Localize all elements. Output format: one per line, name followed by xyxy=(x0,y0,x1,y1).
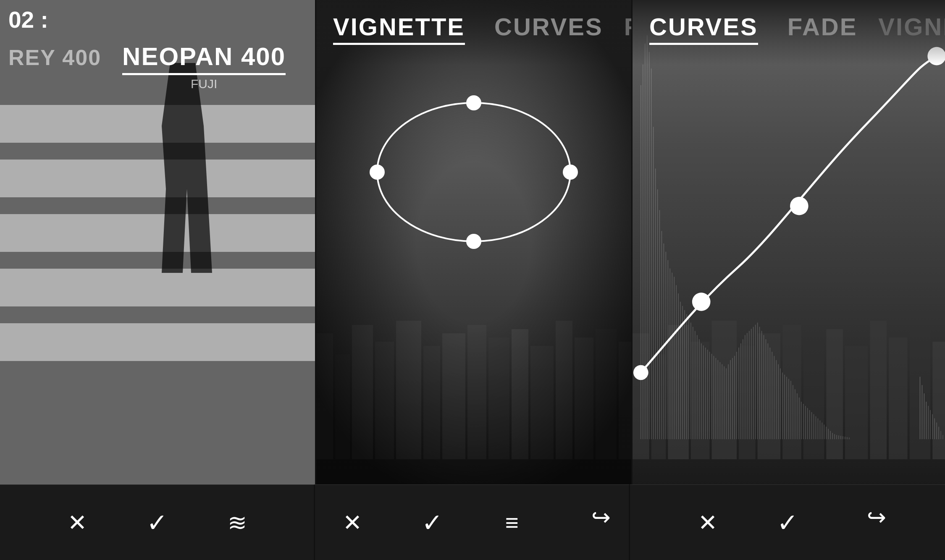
tab-fa[interactable]: FA xyxy=(616,8,631,45)
panel2-tabs: VIGNETTE CURVES FA xyxy=(316,0,631,65)
tab-underline-curves xyxy=(649,43,758,45)
active-tab-underline-p1 xyxy=(122,73,286,75)
stripe4 xyxy=(0,269,315,306)
stripe5 xyxy=(0,323,315,361)
toolbar-panel1: ✕ ✓ ≋ xyxy=(0,484,315,560)
stripe1 xyxy=(0,105,315,143)
vignette-handle-right xyxy=(563,165,578,180)
vignette-ellipse-control[interactable] xyxy=(316,0,631,484)
panel1-icon: 02 : xyxy=(8,6,48,33)
tab-vignette[interactable]: VIGNETTE xyxy=(316,8,482,45)
curve-handle-1[interactable] xyxy=(633,365,648,380)
panels-container: 02 : REY 400 NEOPAN 400 FUJI xyxy=(0,0,945,484)
curve-handle-3[interactable] xyxy=(790,197,808,215)
curve-handle-2[interactable] xyxy=(692,293,711,311)
film-options: REY 400 NEOPAN 400 FUJI xyxy=(0,42,315,91)
svg-point-15 xyxy=(377,103,570,241)
cancel-button-p1[interactable]: ✕ xyxy=(58,504,96,542)
compare-button-p1[interactable]: ≋ xyxy=(218,504,256,542)
toolbar-panel3: ✕ ✓ ↩ xyxy=(630,484,945,560)
toolbar-panel2: ✕ ✓ ≡ ↩ xyxy=(315,484,630,560)
film-brand: FUJI xyxy=(191,77,217,91)
tab-underline-vignette xyxy=(333,43,465,45)
cancel-button-p3[interactable]: ✕ xyxy=(689,504,727,542)
stripe3 xyxy=(0,214,315,252)
cancel-button-p2[interactable]: ✕ xyxy=(333,504,371,542)
confirm-button-p3[interactable]: ✓ xyxy=(769,504,806,542)
tab-curves-p3[interactable]: CURVES xyxy=(633,8,775,45)
bottom-toolbar: ✕ ✓ ≋ ✕ ✓ ≡ ↩ ✕ ✓ ↩ xyxy=(0,484,945,560)
panel3-tabs: CURVES FADE VIGNET xyxy=(633,0,945,65)
panel-vignette: VIGNETTE CURVES FA xyxy=(316,0,631,484)
menu-button-p2[interactable]: ≡ xyxy=(493,504,531,542)
stripe2 xyxy=(0,160,315,197)
curve-path xyxy=(641,56,937,373)
confirm-button-p1[interactable]: ✓ xyxy=(138,504,176,542)
curves-editor[interactable] xyxy=(633,0,945,484)
film-option-neopan[interactable]: NEOPAN 400 xyxy=(122,42,286,71)
tab-vignet[interactable]: VIGNET xyxy=(870,8,945,45)
vignette-handle-left xyxy=(370,165,385,180)
film-option-neopan-group: NEOPAN 400 FUJI xyxy=(122,42,286,91)
undo-button-p3[interactable]: ↩ xyxy=(848,504,886,542)
panel1-header: 02 : xyxy=(8,6,48,33)
film-option-rey[interactable]: REY 400 xyxy=(8,45,101,70)
panel-curves: CURVES FADE VIGNET xyxy=(633,0,945,484)
undo-button-p2[interactable]: ↩ xyxy=(573,504,611,542)
vignette-handle-bottom xyxy=(466,234,481,249)
histogram xyxy=(641,35,943,439)
confirm-button-p2[interactable]: ✓ xyxy=(413,504,451,542)
vignette-handle-top xyxy=(466,95,481,110)
tab-fade[interactable]: FADE xyxy=(775,8,870,45)
panel-film-selector: 02 : REY 400 NEOPAN 400 FUJI xyxy=(0,0,315,484)
tab-curves-p2[interactable]: CURVES xyxy=(482,8,616,45)
